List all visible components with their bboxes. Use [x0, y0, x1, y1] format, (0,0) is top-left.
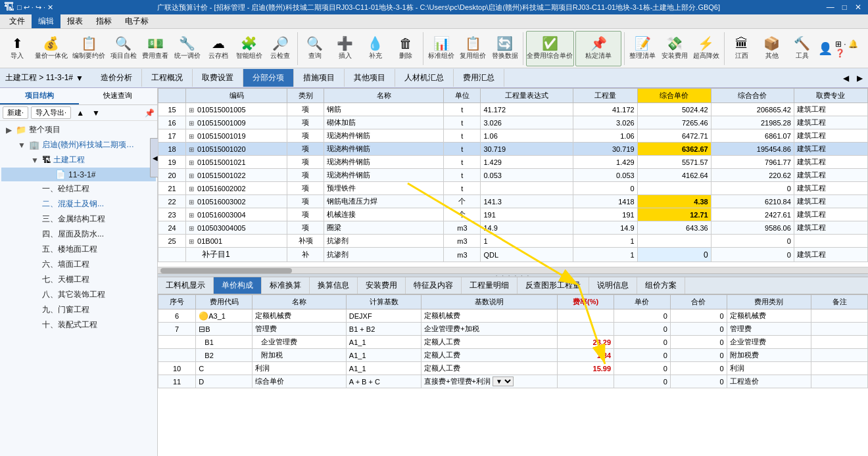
nav-arrow-left[interactable]: ◀	[840, 74, 852, 83]
btab-notes[interactable]: 说明信息	[589, 277, 637, 294]
tool-install[interactable]: 💸安装费用	[659, 31, 689, 66]
tb-icon1[interactable]: □ ↩ · ↪ · ✕	[17, 3, 53, 12]
tab-fee-summary[interactable]: 费用汇总	[454, 69, 504, 87]
table-row[interactable]: 21 ⊞ 010516002002 项 预埋铁件 t 0 0 建筑工程	[158, 182, 868, 195]
tab-cost-analysis[interactable]: 造价分析	[91, 69, 142, 87]
btab-qty[interactable]: 工程量明细	[462, 277, 518, 294]
tree-item-8[interactable]: 八、其它装饰工程	[1, 287, 156, 302]
tree-expander-project[interactable]: ▼	[17, 141, 26, 150]
menu-file[interactable]: 文件	[3, 14, 32, 28]
tree-expander-whole[interactable]: ▶	[4, 125, 13, 135]
tree-item-7[interactable]: 七、天棚工程	[1, 272, 156, 287]
tab-fee-settings[interactable]: 取费设置	[193, 69, 243, 87]
list-item[interactable]: 10 C 利润 A1_1 定额人工费 15.99 0 0 利润	[158, 362, 868, 375]
tree-item-3[interactable]: 三、金属结构工程	[1, 212, 156, 227]
btn-down[interactable]: ▼	[89, 108, 103, 118]
tree-item-10[interactable]: 十、装配式工程	[1, 317, 156, 332]
table-row[interactable]: 23 ⊞ 010516003004 项 机械连接 个 191 191 12.71…	[158, 208, 868, 221]
tree-item-whole[interactable]: ▶ 📁 整个项目	[1, 122, 156, 137]
btab-calc[interactable]: 换算信息	[310, 277, 358, 294]
title-bar-icons: 🏗 □ ↩ · ↪ · ✕	[4, 1, 53, 13]
tool-organize[interactable]: 📝整理清单	[627, 31, 658, 66]
tool-query[interactable]: 🔍查询	[301, 31, 329, 66]
tool-adjust[interactable]: 🔧统一调价	[172, 31, 202, 66]
tree-item-6[interactable]: 六、墙面工程	[1, 257, 156, 272]
table-row[interactable]: 15 ⊞ 010515001005 项 钢筋 t 41.172 41.172 5…	[158, 103, 868, 116]
btab-price[interactable]: 单价构成	[214, 277, 262, 294]
tool-stdprice[interactable]: 📊标准组价	[426, 31, 456, 66]
tool-jiangxi[interactable]: 🏛江西	[727, 31, 756, 66]
pin-icon[interactable]: 📌	[145, 108, 155, 118]
tree-item-9[interactable]: 九、门窗工程	[1, 302, 156, 317]
tool-sticky[interactable]: 📌 粘定清单	[575, 31, 621, 66]
table-row[interactable]: 20 ⊞ 010515001022 项 现浇构件钢筋 t 0.053 0.053…	[158, 169, 868, 182]
tab-sub-items[interactable]: 分部分项	[243, 69, 294, 87]
btab-std[interactable]: 标准换算	[262, 277, 310, 294]
tool-price-unity[interactable]: 💰量价一体化	[33, 31, 69, 66]
tree-expander-civil[interactable]: ▼	[30, 156, 39, 165]
tool-cloudcheck[interactable]: 🔎云检查	[266, 31, 295, 66]
tool-fill[interactable]: 💧补充	[361, 31, 390, 66]
table-row[interactable]: 19 ⊞ 010515001021 项 现浇构件钢筋 t 1.429 1.429…	[158, 156, 868, 169]
tree-item-civil[interactable]: ▼ 🏗 土建工程	[1, 152, 156, 168]
table-row[interactable]: 16 ⊞ 010515001009 项 砌体加筋 t 3.026 3.026 7…	[158, 116, 868, 129]
tool-insert[interactable]: ➕插入	[331, 31, 360, 66]
tool-other[interactable]: 📦其他	[758, 31, 786, 66]
sidebar-tab-quick[interactable]: 快速查询	[79, 88, 158, 104]
btn-import-export[interactable]: 导入导出·	[31, 106, 71, 119]
close-btn[interactable]: ✕	[852, 3, 864, 12]
bottom-table-wrap[interactable]: 序号 费用代码 名称 计算基数 基数说明 费率(%) 单价 合价 费用类别 备注	[158, 294, 868, 456]
btab-reverse[interactable]: 反查图形工程量	[518, 277, 589, 294]
tab-measures[interactable]: 措施项目	[294, 69, 345, 87]
menu-edit[interactable]: 编辑	[32, 14, 60, 28]
table-row[interactable]: 22 ⊞ 010516003002 项 钢筋电渣压力焊 个 141.3 1418…	[158, 195, 868, 208]
btab-install[interactable]: 安装费用	[358, 277, 406, 294]
tree-item-selected[interactable]: 📄 11-3-1#	[1, 168, 156, 181]
menu-electronic[interactable]: 电子标	[118, 14, 155, 28]
btab-features[interactable]: 特征及内容	[406, 277, 462, 294]
tab-materials[interactable]: 人材机汇总	[395, 69, 454, 87]
tool-delete[interactable]: 🗑删除	[391, 31, 420, 66]
table-row[interactable]: 24 ⊞ 010503004005 项 圈梁 m3 14.9 14.9 643.…	[158, 221, 868, 235]
btab-group[interactable]: 组价方案	[637, 277, 685, 294]
list-item[interactable]: 7 ⊟B 管理费 B1 + B2 企业管理费+加税 0 0 管理费	[158, 323, 868, 336]
minimize-btn[interactable]: —	[824, 3, 837, 12]
table-row[interactable]: 25 ⊞ 01B001 补项 抗渗剂 m3 1 1 0	[158, 235, 868, 248]
main-table-wrapper[interactable]: 编码 类别 名称 单位 工程量表达式 工程量 综合单价 综合合价 取费专业 15…	[158, 88, 868, 267]
tool-tools[interactable]: 🔨工具	[788, 31, 817, 66]
breadcrumb-dropdown[interactable]: ▼	[76, 74, 84, 83]
sidebar-tab-project[interactable]: 项目结构	[0, 88, 79, 104]
tool-smart[interactable]: 🧩智能组价	[234, 31, 264, 66]
list-item[interactable]: 6 🟡A3_1 定额机械费 DEJXF 定额机械费 0 0 定额机械费	[158, 309, 868, 323]
tool-higheff[interactable]: ⚡超高降效	[691, 31, 721, 66]
tool-selfcheck[interactable]: 🔍项目自检	[108, 31, 139, 66]
tool-replace[interactable]: 🔄替换数据	[489, 31, 519, 66]
btn-up[interactable]: ▲	[74, 108, 87, 118]
tool-cloud[interactable]: ☁云存档	[204, 31, 233, 66]
list-item[interactable]: B1 企业管理费 A1_1 定额人工费 23.29 0 0 企业管理费	[158, 336, 868, 349]
tree-item-2[interactable]: 二、混凝土及钢...	[1, 196, 156, 212]
tool-allfee[interactable]: ✅ 全费用综合单价	[526, 31, 575, 66]
menu-indicator[interactable]: 指标	[89, 14, 118, 28]
list-item[interactable]: B2 附加税 A1_1 定额人工费 1.84 0 0 附加税费	[158, 349, 868, 362]
tool-feeccheck[interactable]: 💵费用查看	[140, 31, 170, 66]
cell-price[interactable]	[637, 248, 711, 262]
table-row[interactable]: 18 ⊞ 010515001020 项 现浇构件钢筋 t 30.719 30.7…	[158, 143, 868, 156]
maximize-btn[interactable]: □	[840, 3, 850, 12]
tree-item-4[interactable]: 四、屋面及防水...	[1, 227, 156, 242]
table-row[interactable]: 17 ⊞ 010515001019 项 现浇构件钢筋 t 1.06 1.06 6…	[158, 129, 868, 143]
tool-import[interactable]: ⬆导入	[3, 31, 32, 66]
table-row[interactable]: 补子目1 补 抗渗剂 m3 QDL 1 0 建筑工程	[158, 248, 868, 262]
tree-item-1[interactable]: 一、砼结工程	[1, 181, 156, 196]
tab-overview[interactable]: 工程概况	[142, 69, 193, 87]
btn-new[interactable]: 新建·	[3, 106, 28, 119]
tool-reuse[interactable]: 📋复用组价	[458, 31, 488, 66]
tab-other-items[interactable]: 其他项目	[345, 69, 395, 87]
btab-materials[interactable]: 工料机显示	[158, 277, 214, 294]
tool-compile[interactable]: 📋编制要约价	[70, 31, 107, 66]
tree-item-project[interactable]: ▼ 🏢 启迪(赣州)科技城二期项目RJ03-C1...	[1, 137, 156, 152]
tree-item-5[interactable]: 五、楼地面工程	[1, 242, 156, 257]
list-item[interactable]: 11 D 综合单价 A + B + C 直接费+管理费+利润 ▼ 0 0 工程造…	[158, 375, 868, 388]
nav-arrow-right[interactable]: ▶	[854, 74, 865, 83]
menu-report[interactable]: 报表	[60, 14, 89, 28]
